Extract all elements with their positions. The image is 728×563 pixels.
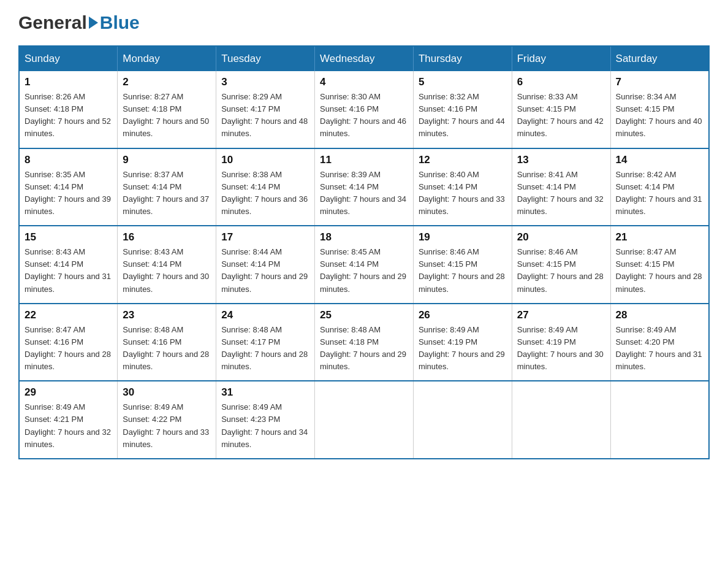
day-info: Sunrise: 8:37 AMSunset: 4:14 PMDaylight:… <box>123 169 211 218</box>
day-info: Sunrise: 8:46 AMSunset: 4:15 PMDaylight:… <box>517 246 605 296</box>
day-number: 1 <box>25 76 112 88</box>
day-cell: 19Sunrise: 8:46 AMSunset: 4:15 PMDayligh… <box>413 226 512 304</box>
day-cell: 9Sunrise: 8:37 AMSunset: 4:14 PMDaylight… <box>118 148 216 226</box>
header-row: SundayMondayTuesdayWednesdayThursdayFrid… <box>19 46 709 71</box>
day-info: Sunrise: 8:46 AMSunset: 4:15 PMDaylight:… <box>419 246 507 296</box>
day-cell: 15Sunrise: 8:43 AMSunset: 4:14 PMDayligh… <box>19 226 118 304</box>
week-row-3: 15Sunrise: 8:43 AMSunset: 4:14 PMDayligh… <box>19 226 709 304</box>
day-info: Sunrise: 8:49 AMSunset: 4:19 PMDaylight:… <box>517 324 605 373</box>
logo-blue: Blue <box>100 12 140 33</box>
day-number: 13 <box>517 154 605 166</box>
day-info: Sunrise: 8:30 AMSunset: 4:16 PMDaylight:… <box>320 91 408 140</box>
day-info: Sunrise: 8:49 AMSunset: 4:19 PMDaylight:… <box>419 324 507 373</box>
day-info: Sunrise: 8:38 AMSunset: 4:14 PMDaylight:… <box>221 169 309 218</box>
day-number: 21 <box>616 231 703 243</box>
day-cell: 13Sunrise: 8:41 AMSunset: 4:14 PMDayligh… <box>512 148 610 226</box>
day-number: 25 <box>320 309 408 321</box>
day-cell <box>315 381 414 459</box>
day-info: Sunrise: 8:49 AMSunset: 4:23 PMDaylight:… <box>221 401 309 451</box>
logo-arrow-icon <box>89 17 98 29</box>
day-cell: 8Sunrise: 8:35 AMSunset: 4:14 PMDaylight… <box>19 148 118 226</box>
day-cell: 7Sunrise: 8:34 AMSunset: 4:15 PMDaylight… <box>610 71 709 148</box>
week-row-4: 22Sunrise: 8:47 AMSunset: 4:16 PMDayligh… <box>19 304 709 381</box>
day-cell: 12Sunrise: 8:40 AMSunset: 4:14 PMDayligh… <box>413 148 512 226</box>
day-number: 5 <box>419 76 507 88</box>
day-cell: 26Sunrise: 8:49 AMSunset: 4:19 PMDayligh… <box>413 304 512 381</box>
calendar-body: 1Sunrise: 8:26 AMSunset: 4:18 PMDaylight… <box>19 71 709 459</box>
day-cell: 28Sunrise: 8:49 AMSunset: 4:20 PMDayligh… <box>610 304 709 381</box>
day-number: 27 <box>517 309 605 321</box>
day-number: 24 <box>221 309 309 321</box>
day-cell: 23Sunrise: 8:48 AMSunset: 4:16 PMDayligh… <box>118 304 216 381</box>
day-number: 22 <box>25 309 112 321</box>
day-cell: 3Sunrise: 8:29 AMSunset: 4:17 PMDaylight… <box>216 71 315 148</box>
day-number: 12 <box>419 154 507 166</box>
header-cell-sunday: Sunday <box>19 46 118 71</box>
day-number: 28 <box>616 309 703 321</box>
day-info: Sunrise: 8:34 AMSunset: 4:15 PMDaylight:… <box>616 91 703 140</box>
week-row-1: 1Sunrise: 8:26 AMSunset: 4:18 PMDaylight… <box>19 71 709 148</box>
day-info: Sunrise: 8:47 AMSunset: 4:15 PMDaylight:… <box>616 246 703 296</box>
day-number: 20 <box>517 231 605 243</box>
day-number: 17 <box>221 231 309 243</box>
day-number: 31 <box>221 386 309 399</box>
day-cell: 5Sunrise: 8:32 AMSunset: 4:16 PMDaylight… <box>413 71 512 148</box>
day-cell: 6Sunrise: 8:33 AMSunset: 4:15 PMDaylight… <box>512 71 610 148</box>
day-number: 29 <box>25 386 112 399</box>
day-cell: 1Sunrise: 8:26 AMSunset: 4:18 PMDaylight… <box>19 71 118 148</box>
day-info: Sunrise: 8:48 AMSunset: 4:17 PMDaylight:… <box>221 324 309 373</box>
calendar-table: SundayMondayTuesdayWednesdayThursdayFrid… <box>18 45 710 459</box>
day-number: 8 <box>25 154 112 166</box>
day-info: Sunrise: 8:42 AMSunset: 4:14 PMDaylight:… <box>616 169 703 218</box>
day-number: 18 <box>320 231 408 243</box>
day-number: 4 <box>320 76 408 88</box>
day-info: Sunrise: 8:35 AMSunset: 4:14 PMDaylight:… <box>25 169 112 218</box>
day-cell: 22Sunrise: 8:47 AMSunset: 4:16 PMDayligh… <box>19 304 118 381</box>
day-number: 23 <box>123 309 211 321</box>
calendar-header: SundayMondayTuesdayWednesdayThursdayFrid… <box>19 46 709 71</box>
day-number: 30 <box>123 386 211 399</box>
day-number: 10 <box>221 154 309 166</box>
day-cell: 18Sunrise: 8:45 AMSunset: 4:14 PMDayligh… <box>315 226 414 304</box>
page-header: General Blue <box>18 12 710 33</box>
logo: General Blue <box>18 12 140 33</box>
day-cell <box>512 381 610 459</box>
week-row-5: 29Sunrise: 8:49 AMSunset: 4:21 PMDayligh… <box>19 381 709 459</box>
day-info: Sunrise: 8:27 AMSunset: 4:18 PMDaylight:… <box>123 91 211 140</box>
header-cell-wednesday: Wednesday <box>315 46 414 71</box>
day-number: 26 <box>419 309 507 321</box>
day-info: Sunrise: 8:40 AMSunset: 4:14 PMDaylight:… <box>419 169 507 218</box>
day-cell: 31Sunrise: 8:49 AMSunset: 4:23 PMDayligh… <box>216 381 315 459</box>
day-info: Sunrise: 8:43 AMSunset: 4:14 PMDaylight:… <box>123 246 211 296</box>
day-info: Sunrise: 8:26 AMSunset: 4:18 PMDaylight:… <box>25 91 112 140</box>
day-number: 14 <box>616 154 703 166</box>
day-cell: 20Sunrise: 8:46 AMSunset: 4:15 PMDayligh… <box>512 226 610 304</box>
day-number: 19 <box>419 231 507 243</box>
day-info: Sunrise: 8:49 AMSunset: 4:21 PMDaylight:… <box>25 401 112 451</box>
header-cell-thursday: Thursday <box>413 46 512 71</box>
day-cell: 30Sunrise: 8:49 AMSunset: 4:22 PMDayligh… <box>118 381 216 459</box>
day-info: Sunrise: 8:47 AMSunset: 4:16 PMDaylight:… <box>25 324 112 373</box>
day-cell: 10Sunrise: 8:38 AMSunset: 4:14 PMDayligh… <box>216 148 315 226</box>
day-cell <box>413 381 512 459</box>
day-number: 7 <box>616 76 703 88</box>
day-cell: 29Sunrise: 8:49 AMSunset: 4:21 PMDayligh… <box>19 381 118 459</box>
day-info: Sunrise: 8:48 AMSunset: 4:18 PMDaylight:… <box>320 324 408 373</box>
header-cell-monday: Monday <box>118 46 216 71</box>
header-cell-friday: Friday <box>512 46 610 71</box>
day-number: 3 <box>221 76 309 88</box>
day-cell: 16Sunrise: 8:43 AMSunset: 4:14 PMDayligh… <box>118 226 216 304</box>
day-number: 16 <box>123 231 211 243</box>
day-info: Sunrise: 8:33 AMSunset: 4:15 PMDaylight:… <box>517 91 605 140</box>
day-info: Sunrise: 8:41 AMSunset: 4:14 PMDaylight:… <box>517 169 605 218</box>
day-info: Sunrise: 8:29 AMSunset: 4:17 PMDaylight:… <box>221 91 309 140</box>
header-cell-tuesday: Tuesday <box>216 46 315 71</box>
day-cell: 24Sunrise: 8:48 AMSunset: 4:17 PMDayligh… <box>216 304 315 381</box>
day-cell: 2Sunrise: 8:27 AMSunset: 4:18 PMDaylight… <box>118 71 216 148</box>
day-number: 6 <box>517 76 605 88</box>
day-info: Sunrise: 8:49 AMSunset: 4:20 PMDaylight:… <box>616 324 703 373</box>
day-cell: 17Sunrise: 8:44 AMSunset: 4:14 PMDayligh… <box>216 226 315 304</box>
day-info: Sunrise: 8:45 AMSunset: 4:14 PMDaylight:… <box>320 246 408 296</box>
day-info: Sunrise: 8:48 AMSunset: 4:16 PMDaylight:… <box>123 324 211 373</box>
day-info: Sunrise: 8:43 AMSunset: 4:14 PMDaylight:… <box>25 246 112 296</box>
